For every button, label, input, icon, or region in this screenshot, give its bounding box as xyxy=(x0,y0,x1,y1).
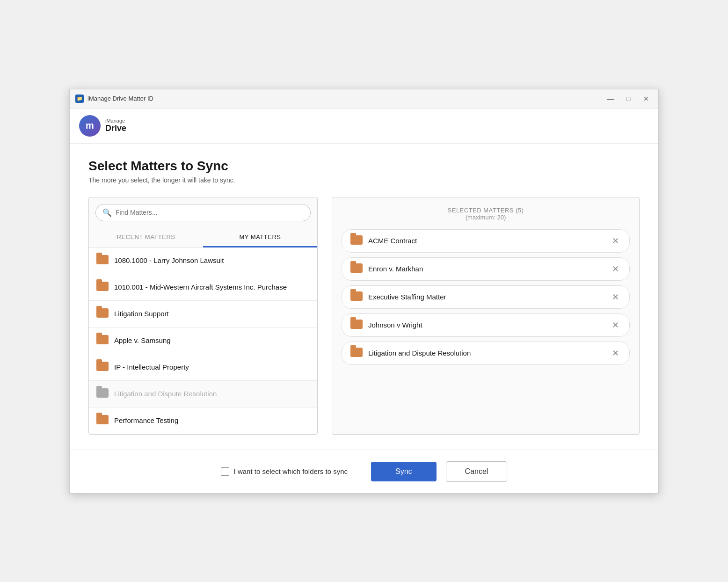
folder-icon xyxy=(96,362,109,373)
left-panel: 🔍 RECENT MATTERS MY MATTERS 1080.1000 - … xyxy=(88,197,318,435)
selected-header: SELECTED MATTERS (5) (maximum: 20) xyxy=(342,207,630,221)
search-icon: 🔍 xyxy=(102,208,112,217)
selected-item: Johnson v Wright✕ xyxy=(342,313,630,337)
list-item[interactable]: IP - Intellectual Property xyxy=(89,354,317,381)
logo-icon: m xyxy=(79,115,101,137)
remove-item-button[interactable]: ✕ xyxy=(610,237,621,245)
list-item-label: 1010.001 - Mid-Western Aircraft Systems … xyxy=(114,283,287,291)
list-item[interactable]: 1080.1000 - Larry Johnson Lawsuit xyxy=(89,247,317,274)
folder-icon xyxy=(96,388,109,400)
selected-item-label: Executive Staffing Matter xyxy=(368,293,604,301)
folder-icon xyxy=(96,255,109,266)
remove-item-button[interactable]: ✕ xyxy=(610,349,621,357)
selected-item-label: ACME Contract xyxy=(368,237,604,245)
maximize-button[interactable]: □ xyxy=(622,93,635,104)
selected-title: SELECTED MATTERS (5) xyxy=(342,207,630,214)
selected-item-label: Enron v. Markhan xyxy=(368,265,604,273)
folder-icon xyxy=(96,282,109,293)
list-item: Litigation and Dispute Resolution xyxy=(89,381,317,407)
close-button[interactable]: ✕ xyxy=(640,93,653,104)
folder-icon xyxy=(96,415,109,426)
list-item[interactable]: Litigation Support xyxy=(89,301,317,327)
app-icon: 📁 xyxy=(75,95,84,103)
page-subtitle: The more you select, the longer it will … xyxy=(88,176,640,184)
list-item[interactable]: 1010.001 - Mid-Western Aircraft Systems … xyxy=(89,274,317,301)
selected-items: ACME Contract✕Enron v. Markhan✕Executive… xyxy=(342,229,630,365)
selected-item-label: Litigation and Dispute Resolution xyxy=(368,349,604,357)
right-panel: SELECTED MATTERS (5) (maximum: 20) ACME … xyxy=(332,197,640,435)
list-item-label: Performance Testing xyxy=(114,416,178,424)
window-controls: — □ ✕ xyxy=(604,93,653,104)
folder-icon xyxy=(350,263,363,275)
folder-icon xyxy=(350,235,363,247)
remove-item-button[interactable]: ✕ xyxy=(610,321,621,329)
folder-icon xyxy=(96,335,109,346)
list-item[interactable]: Performance Testing xyxy=(89,407,317,434)
search-input-wrap[interactable]: 🔍 xyxy=(95,204,311,221)
minimize-button[interactable]: — xyxy=(604,93,617,104)
tab-recent-matters[interactable]: RECENT MATTERS xyxy=(89,228,203,247)
list-item-label: Litigation and Dispute Resolution xyxy=(114,390,217,398)
folder-icon xyxy=(350,291,363,303)
folder-icon xyxy=(350,320,363,331)
selected-item: Executive Staffing Matter✕ xyxy=(342,285,630,309)
folder-sync-label: I want to select which folders to sync xyxy=(234,467,348,475)
brand-name-top: iManage xyxy=(105,118,126,124)
content-area: Select Matters to Sync The more you sele… xyxy=(70,144,658,450)
list-item-label: 1080.1000 - Larry Johnson Lawsuit xyxy=(114,256,224,264)
window-title: iManage Drive Matter ID xyxy=(87,95,604,102)
logo-text: iManage Drive xyxy=(105,118,126,133)
tabs-bar: RECENT MATTERS MY MATTERS xyxy=(89,228,317,247)
list-item[interactable]: Apple v. Samsung xyxy=(89,327,317,354)
folder-sync-checkbox-wrap[interactable]: I want to select which folders to sync xyxy=(221,467,348,476)
remove-item-button[interactable]: ✕ xyxy=(610,293,621,301)
selected-item-label: Johnson v Wright xyxy=(368,321,604,329)
selected-item: Enron v. Markhan✕ xyxy=(342,257,630,281)
brand-name-bottom: Drive xyxy=(105,124,126,133)
list-item-label: Apple v. Samsung xyxy=(114,336,171,344)
folder-icon xyxy=(96,308,109,320)
folder-sync-checkbox[interactable] xyxy=(221,467,229,476)
selected-subtitle: (maximum: 20) xyxy=(342,214,630,221)
tab-my-matters[interactable]: MY MATTERS xyxy=(203,228,317,247)
footer: I want to select which folders to sync S… xyxy=(70,450,658,493)
remove-item-button[interactable]: ✕ xyxy=(610,265,621,273)
sync-button[interactable]: Sync xyxy=(371,462,437,481)
title-bar: 📁 iManage Drive Matter ID — □ ✕ xyxy=(70,89,658,109)
app-window: 📁 iManage Drive Matter ID — □ ✕ m iManag… xyxy=(69,89,659,494)
matters-list: 1080.1000 - Larry Johnson Lawsuit1010.00… xyxy=(89,247,317,434)
search-box: 🔍 xyxy=(89,197,317,221)
list-item-label: IP - Intellectual Property xyxy=(114,363,189,371)
logo-bar: m iManage Drive xyxy=(70,109,658,144)
list-item-label: Litigation Support xyxy=(114,310,169,318)
search-input[interactable] xyxy=(116,209,304,216)
main-panels: 🔍 RECENT MATTERS MY MATTERS 1080.1000 - … xyxy=(88,197,640,435)
folder-icon xyxy=(350,348,363,359)
page-title: Select Matters to Sync xyxy=(88,159,640,174)
selected-item: ACME Contract✕ xyxy=(342,229,630,253)
cancel-button[interactable]: Cancel xyxy=(446,461,508,482)
selected-item: Litigation and Dispute Resolution✕ xyxy=(342,342,630,365)
